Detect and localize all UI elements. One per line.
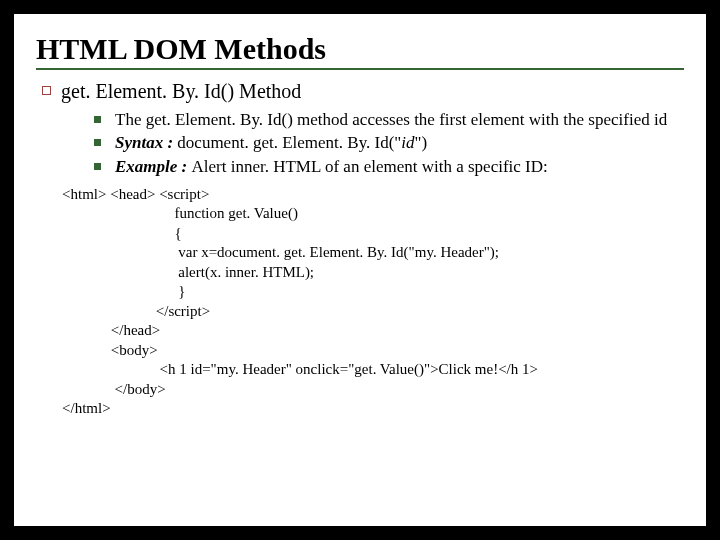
example-body: Alert inner. HTML of an element with a s…	[192, 157, 548, 176]
level1-item: get. Element. By. Id() Method The get. E…	[42, 80, 684, 177]
syntax-label: Syntax :	[115, 133, 177, 152]
code-line: var x=document. get. Element. By. Id("my…	[62, 243, 684, 263]
level2-list: The get. Element. By. Id() method access…	[94, 109, 684, 177]
code-line: </script>	[62, 302, 684, 322]
syntax-tail: ")	[415, 133, 428, 152]
page-title: HTML DOM Methods	[36, 32, 684, 66]
title-rule	[36, 68, 684, 70]
solid-square-icon	[94, 163, 101, 170]
level1-row: get. Element. By. Id() Method	[42, 80, 684, 103]
hollow-square-icon	[42, 86, 51, 95]
code-line: </html>	[62, 399, 684, 419]
level2-text: Syntax : document. get. Element. By. Id(…	[115, 132, 427, 153]
code-line: alert(x. inner. HTML);	[62, 263, 684, 283]
code-line: <h 1 id="my. Header" onclick="get. Value…	[62, 360, 684, 380]
syntax-body: document. get. Element. By. Id("	[177, 133, 401, 152]
slide: HTML DOM Methods get. Element. By. Id() …	[14, 14, 706, 526]
example-label: Example :	[115, 157, 192, 176]
code-block: <html> <head> <script> function get. Val…	[62, 185, 684, 419]
code-line: }	[62, 282, 684, 302]
level2-item: Example : Alert inner. HTML of an elemen…	[94, 156, 684, 177]
code-line: </body>	[62, 380, 684, 400]
syntax-arg: id	[401, 133, 414, 152]
code-line: <html> <head> <script>	[62, 185, 684, 205]
solid-square-icon	[94, 139, 101, 146]
level2-item: Syntax : document. get. Element. By. Id(…	[94, 132, 684, 153]
level2-text: Example : Alert inner. HTML of an elemen…	[115, 156, 548, 177]
level2-item: The get. Element. By. Id() method access…	[94, 109, 684, 130]
code-line: function get. Value()	[62, 204, 684, 224]
level2-text: The get. Element. By. Id() method access…	[115, 109, 667, 130]
solid-square-icon	[94, 116, 101, 123]
code-line: {	[62, 224, 684, 244]
code-line: </head>	[62, 321, 684, 341]
code-line: <body>	[62, 341, 684, 361]
level1-text: get. Element. By. Id() Method	[61, 80, 301, 103]
